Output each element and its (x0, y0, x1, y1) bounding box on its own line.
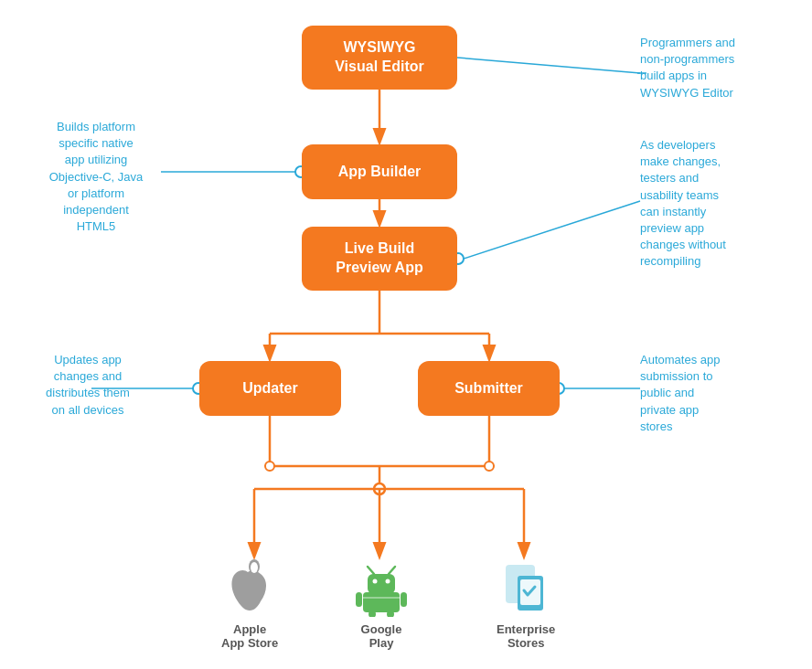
svg-line-11 (457, 58, 640, 73)
updater-box: Updater (199, 361, 341, 416)
apple-logo-svg (222, 558, 277, 617)
diagram-container: WYSIWYG Visual Editor App Builder Live B… (0, 0, 812, 669)
app-builder-box: App Builder (302, 144, 457, 199)
submitter-box: Submitter (418, 361, 560, 416)
svg-line-34 (368, 567, 374, 574)
svg-point-27 (265, 462, 274, 471)
live-build-box: Live Build Preview App (302, 227, 457, 291)
enterprise-logo-svg (501, 558, 551, 617)
annotation-livebuild: As developers make changes, testers and … (640, 137, 800, 271)
svg-point-21 (374, 483, 385, 494)
svg-rect-36 (363, 592, 400, 612)
annotation-updater: Updates app changes and distributes them… (20, 352, 155, 419)
svg-point-33 (386, 579, 390, 584)
google-play-icon: Google Play (354, 558, 409, 650)
enterprise-store-icon: Enterprise Stores (497, 558, 555, 650)
wysiwyg-box: WYSIWYG Visual Editor (302, 26, 457, 90)
svg-point-28 (485, 462, 494, 471)
svg-line-35 (389, 567, 395, 574)
apple-store-icon: Apple App Store (221, 558, 278, 650)
annotation-submitter: Automates app submission to public and p… (640, 352, 796, 435)
svg-rect-38 (401, 592, 407, 607)
svg-point-30 (251, 562, 258, 573)
svg-rect-31 (368, 574, 395, 594)
annotation-wysiwyg: Programmers and non-programmers build ap… (640, 35, 796, 101)
svg-line-10 (464, 201, 640, 259)
svg-rect-37 (356, 592, 362, 607)
svg-point-32 (373, 579, 378, 584)
android-logo-svg (354, 558, 409, 617)
annotation-appbuilder: Builds platform specific native app util… (27, 119, 165, 235)
